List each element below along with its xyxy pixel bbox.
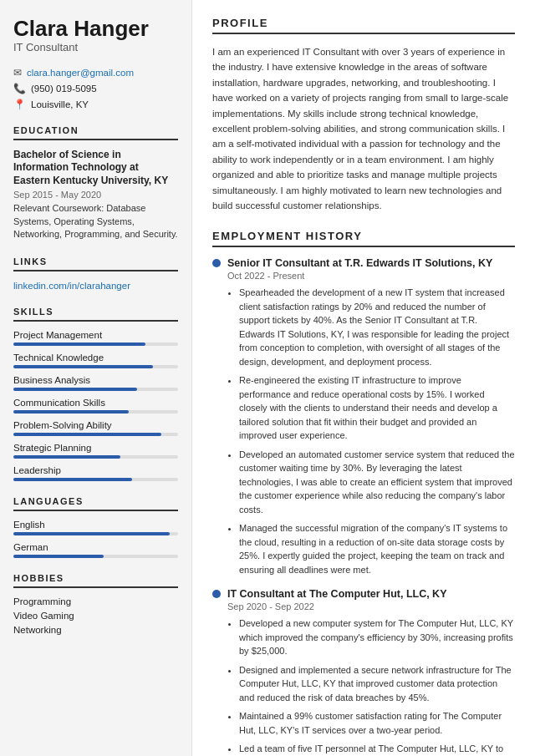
skill-name: Business Analysis (13, 375, 178, 385)
candidate-title: IT Consultant (13, 41, 178, 53)
job-date: Sep 2020 - Sep 2022 (227, 601, 515, 611)
job-bullets: Developed a new computer system for The … (212, 616, 515, 756)
email-icon: ✉ (13, 67, 22, 79)
education-section: EDUCATION Bachelor of Science in Informa… (13, 125, 178, 241)
linkedin-link[interactable]: linkedin.com/in/clarahanger (13, 281, 130, 291)
hobby-item: Programming (13, 596, 178, 606)
profile-text: I am an experienced IT Consultant with o… (212, 44, 515, 213)
skill-item: Business Analysis (13, 375, 178, 391)
job-bullets: Spearheaded the development of a new IT … (212, 286, 515, 576)
hobbies-list: ProgrammingVideo GamingNetworking (13, 596, 178, 635)
jobs-list: Senior IT Consultant at T.R. Edwards IT … (212, 257, 515, 756)
skill-bar-fill (13, 365, 153, 368)
sidebar: Clara Hanger IT Consultant ✉ clara.hange… (0, 0, 192, 756)
phone-icon: 📞 (13, 83, 26, 94)
profile-section: PROFILE I am an experienced IT Consultan… (212, 17, 515, 213)
language-bar-bg (13, 532, 178, 535)
language-item: English (13, 520, 178, 535)
skill-bar-bg (13, 433, 178, 436)
skill-bar-fill (13, 433, 161, 436)
skill-name: Strategic Planning (13, 443, 178, 453)
job-title: IT Consultant at The Computer Hut, LLC, … (212, 588, 515, 600)
language-name: English (13, 520, 178, 530)
links-title: LINKS (13, 256, 178, 271)
skill-bar-bg (13, 388, 178, 391)
job-bullet: Managed the successful migration of the … (239, 521, 515, 576)
education-title: EDUCATION (13, 125, 178, 140)
skill-bar-fill (13, 342, 145, 346)
skill-item: Strategic Planning (13, 443, 178, 459)
hobbies-title: HOBBIES (13, 573, 178, 588)
skill-name: Problem-Solving Ability (13, 420, 178, 430)
main-content: PROFILE I am an experienced IT Consultan… (192, 0, 535, 756)
job-title-text: Senior IT Consultant at T.R. Edwards IT … (227, 257, 492, 269)
skill-bar-fill (13, 455, 120, 459)
languages-section: LANGUAGES English German (13, 496, 178, 558)
job-bullet: Re-engineered the existing IT infrastruc… (239, 373, 515, 443)
links-section: LINKS linkedin.com/in/clarahanger (13, 256, 178, 292)
employment-section: EMPLOYMENT HISTORY Senior IT Consultant … (212, 230, 515, 756)
skill-bar-bg (13, 455, 178, 459)
job-bullet: Developed an automated customer service … (239, 448, 515, 517)
skills-section: SKILLS Project Management Technical Know… (13, 307, 178, 481)
location-icon: 📍 (13, 99, 26, 110)
skill-item: Project Management (13, 330, 178, 346)
job-dot (212, 590, 221, 598)
hobby-item: Video Gaming (13, 611, 178, 621)
job-item: Senior IT Consultant at T.R. Edwards IT … (212, 257, 515, 576)
skill-bar-bg (13, 365, 178, 368)
candidate-name: Clara Hanger (13, 17, 178, 41)
location-item: 📍 Louisville, KY (13, 99, 178, 110)
job-dot (212, 259, 221, 267)
job-title-text: IT Consultant at The Computer Hut, LLC, … (227, 588, 447, 600)
job-bullet: Spearheaded the development of a new IT … (239, 286, 515, 368)
phone-item: 📞 (950) 019-5095 (13, 83, 178, 94)
edu-coursework: Relevant Coursework: Database Systems, O… (13, 202, 178, 241)
language-name: German (13, 542, 178, 552)
skill-bar-fill (13, 388, 137, 391)
edu-degree: Bachelor of Science in Information Techn… (13, 149, 178, 188)
hobbies-section: HOBBIES ProgrammingVideo GamingNetworkin… (13, 573, 178, 635)
language-item: German (13, 542, 178, 558)
job-bullet: Led a team of five IT personnel at The C… (239, 742, 515, 756)
language-bar-fill (13, 555, 104, 558)
email-item: ✉ clara.hanger@gmail.com (13, 67, 178, 79)
skill-name: Technical Knowledge (13, 353, 178, 363)
skill-name: Project Management (13, 330, 178, 340)
skill-bar-bg (13, 410, 178, 414)
skill-name: Communication Skills (13, 398, 178, 408)
skill-item: Problem-Solving Ability (13, 420, 178, 436)
job-date: Oct 2022 - Present (227, 271, 515, 281)
languages-list: English German (13, 520, 178, 558)
phone-text: (950) 019-5095 (31, 84, 97, 94)
skill-bar-fill (13, 478, 132, 481)
job-bullet: Developed a new computer system for The … (239, 616, 515, 658)
skill-bar-fill (13, 410, 129, 414)
skill-bar-bg (13, 342, 178, 346)
skill-item: Leadership (13, 465, 178, 481)
skill-bar-bg (13, 478, 178, 481)
skill-item: Communication Skills (13, 398, 178, 414)
job-title: Senior IT Consultant at T.R. Edwards IT … (212, 257, 515, 269)
language-bar-fill (13, 532, 170, 535)
language-bar-bg (13, 555, 178, 558)
job-bullet: Maintained a 99% customer satisfaction r… (239, 709, 515, 737)
languages-title: LANGUAGES (13, 496, 178, 511)
contact-section: ✉ clara.hanger@gmail.com 📞 (950) 019-509… (13, 67, 178, 110)
job-bullet: Designed and implemented a secure networ… (239, 663, 515, 705)
email-link[interactable]: clara.hanger@gmail.com (27, 68, 134, 78)
employment-title: EMPLOYMENT HISTORY (212, 230, 515, 247)
skill-item: Technical Knowledge (13, 353, 178, 368)
location-text: Louisville, KY (31, 99, 89, 109)
hobby-item: Networking (13, 625, 178, 635)
job-item: IT Consultant at The Computer Hut, LLC, … (212, 588, 515, 756)
skill-name: Leadership (13, 465, 178, 475)
skills-list: Project Management Technical Knowledge B… (13, 330, 178, 481)
skills-title: SKILLS (13, 307, 178, 322)
edu-coursework-label: Relevant Coursework: (13, 203, 106, 213)
edu-date: Sep 2015 - May 2020 (13, 190, 178, 200)
profile-title: PROFILE (212, 17, 515, 34)
